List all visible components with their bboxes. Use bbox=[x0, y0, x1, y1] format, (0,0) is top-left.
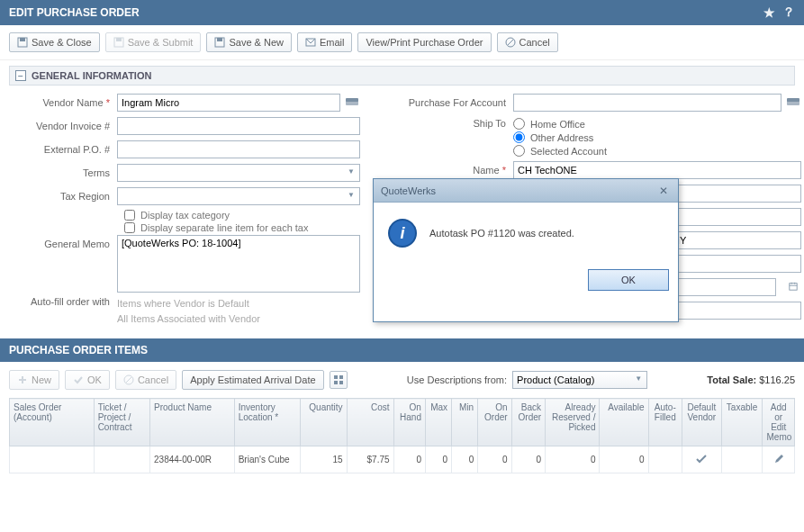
use-desc-from-label: Use Descriptions from: bbox=[407, 374, 507, 385]
col-memo[interactable]: Add or Edit Memo bbox=[763, 399, 795, 446]
cell-reserved: 0 bbox=[546, 446, 600, 473]
col-max[interactable]: Max bbox=[425, 399, 451, 446]
col-auto-filled[interactable]: Auto-Filled bbox=[648, 399, 682, 446]
use-desc-from: Use Descriptions from: Product (Catalog) bbox=[407, 371, 647, 389]
auto-fill-option-default[interactable]: Items where Vendor is Default bbox=[117, 296, 360, 311]
po-items-toolbar: New OK Cancel Apply Estimated Arrival Da… bbox=[0, 362, 804, 398]
info-icon: i bbox=[388, 219, 417, 248]
svg-rect-21 bbox=[334, 375, 338, 379]
ship-to-home-office[interactable]: Home Office bbox=[513, 118, 607, 130]
ship-to-selected-account[interactable]: Selected Account bbox=[513, 145, 607, 157]
cancel-icon bbox=[123, 374, 134, 385]
window-title: EDIT PURCHASE ORDER bbox=[9, 6, 140, 19]
cancel-button[interactable]: Cancel bbox=[497, 32, 558, 52]
vendor-name-input[interactable] bbox=[117, 94, 340, 112]
name-input[interactable] bbox=[513, 161, 801, 179]
help-icon[interactable]: ？ bbox=[782, 5, 795, 21]
display-sep-line-label: Display separate line item for each tax bbox=[140, 222, 308, 233]
main-toolbar: Save & Close Save & Submit Save & New Em… bbox=[0, 25, 804, 60]
display-tax-category-checkbox[interactable] bbox=[124, 210, 135, 221]
ship-to-other-address[interactable]: Other Address bbox=[513, 131, 607, 143]
col-taxable[interactable]: Taxable bbox=[721, 399, 763, 446]
email-icon bbox=[305, 37, 316, 48]
col-reserved[interactable]: Already Reserved / Picked bbox=[546, 399, 600, 446]
auto-fill-option-all[interactable]: All Items Associated with Vendor bbox=[117, 311, 360, 327]
desc-from-select[interactable]: Product (Catalog) bbox=[512, 371, 647, 389]
general-info-title: GENERAL INFORMATION bbox=[32, 70, 151, 81]
vendor-invoice-input[interactable] bbox=[117, 117, 360, 135]
new-label: New bbox=[32, 374, 51, 385]
po-items-table: Sales Order (Account) Ticket / Project /… bbox=[9, 398, 795, 473]
purchase-for-input[interactable] bbox=[513, 94, 781, 112]
name-label: Name * bbox=[369, 165, 513, 176]
ship-to-label: Ship To bbox=[369, 116, 513, 129]
modal-footer: OK bbox=[374, 264, 678, 300]
modal-message: Autotask PO #1120 was created. bbox=[429, 228, 574, 239]
save-icon bbox=[214, 37, 225, 48]
col-back-order[interactable]: Back Order bbox=[511, 399, 545, 446]
tax-region-select[interactable] bbox=[117, 187, 360, 205]
col-on-hand[interactable]: On Hand bbox=[393, 399, 425, 446]
view-print-label: View/Print Purchase Order bbox=[366, 37, 483, 48]
cell-on-order: 0 bbox=[478, 446, 511, 473]
svg-rect-1 bbox=[20, 38, 25, 41]
table-header-row: Sales Order (Account) Ticket / Project /… bbox=[10, 399, 795, 446]
cell-default-vendor bbox=[682, 446, 722, 473]
email-button[interactable]: Email bbox=[297, 32, 353, 52]
col-product-name[interactable]: Product Name bbox=[150, 399, 235, 446]
new-item-button: New bbox=[9, 370, 59, 390]
star-icon[interactable]: ★ bbox=[763, 5, 775, 20]
modal-title-bar: QuoteWerks ✕ bbox=[374, 179, 678, 203]
tax-region-label: Tax Region bbox=[9, 191, 117, 202]
col-inventory-location[interactable]: Inventory Location * bbox=[234, 399, 300, 446]
modal-body: i Autotask PO #1120 was created. bbox=[374, 203, 678, 264]
vendor-lookup-icon[interactable] bbox=[344, 95, 360, 111]
svg-line-20 bbox=[126, 377, 131, 383]
cell-memo-edit[interactable] bbox=[763, 446, 795, 473]
cell-product-name: 23844-00-00R bbox=[150, 446, 235, 473]
purchase-for-label: Purchase For Account bbox=[369, 97, 513, 108]
state-input[interactable] bbox=[668, 231, 801, 249]
modal-title: QuoteWerks bbox=[381, 185, 436, 196]
col-available[interactable]: Available bbox=[600, 399, 648, 446]
apply-eta-button[interactable]: Apply Estimated Arrival Date bbox=[182, 370, 323, 390]
general-left-col: Vendor Name * Vendor Invoice # External … bbox=[9, 93, 360, 329]
display-tax-category-label: Display tax category bbox=[140, 210, 230, 221]
zip2-input[interactable] bbox=[668, 255, 801, 273]
apply-eta-label: Apply Estimated Arrival Date bbox=[190, 374, 315, 385]
total-sale-value: $116.25 bbox=[759, 374, 795, 385]
col-default-vendor[interactable]: Default Vendor bbox=[682, 399, 722, 446]
purchase-for-lookup-icon[interactable] bbox=[785, 95, 801, 111]
general-memo-textarea[interactable]: [QuoteWerks PO: 18-1004] bbox=[117, 235, 360, 293]
table-row[interactable]: 23844-00-00R Brian's Cube 15 $7.75 0 0 0… bbox=[10, 446, 795, 473]
svg-rect-22 bbox=[339, 375, 343, 379]
col-ticket[interactable]: Ticket / Project / Contract bbox=[94, 399, 149, 446]
display-sep-line-checkbox[interactable] bbox=[124, 222, 135, 233]
terms-select[interactable] bbox=[117, 164, 360, 182]
col-min[interactable]: Min bbox=[452, 399, 478, 446]
calendar-icon[interactable] bbox=[785, 278, 801, 294]
header-icons: ★ ？ bbox=[763, 5, 795, 21]
view-print-button[interactable]: View/Print Purchase Order bbox=[357, 32, 491, 52]
vendor-name-label: Vendor Name * bbox=[9, 97, 117, 108]
save-close-button[interactable]: Save & Close bbox=[9, 32, 100, 52]
col-on-order[interactable]: On Order bbox=[478, 399, 511, 446]
auto-fill-label: Auto-fill order with bbox=[9, 296, 117, 307]
window-header: EDIT PURCHASE ORDER ★ ？ bbox=[0, 0, 804, 25]
modal-ok-button[interactable]: OK bbox=[588, 269, 669, 291]
modal-close-icon[interactable]: ✕ bbox=[656, 184, 671, 198]
save-new-button[interactable]: Save & New bbox=[206, 32, 292, 52]
cancel-item-label: Cancel bbox=[138, 374, 168, 385]
ok-item-button: OK bbox=[65, 370, 110, 390]
cell-max: 0 bbox=[425, 446, 451, 473]
external-po-input[interactable] bbox=[117, 140, 360, 158]
col-cost[interactable]: Cost bbox=[347, 399, 393, 446]
collapse-toggle-icon[interactable]: − bbox=[15, 70, 26, 81]
col-sales-order[interactable]: Sales Order (Account) bbox=[10, 399, 95, 446]
save-submit-button: Save & Submit bbox=[105, 32, 202, 52]
cell-cost: $7.75 bbox=[347, 446, 393, 473]
grid-view-icon[interactable] bbox=[330, 371, 348, 389]
general-memo-label: General Memo bbox=[9, 235, 117, 249]
col-quantity[interactable]: Quantity bbox=[300, 399, 347, 446]
cell-auto-filled bbox=[648, 446, 682, 473]
